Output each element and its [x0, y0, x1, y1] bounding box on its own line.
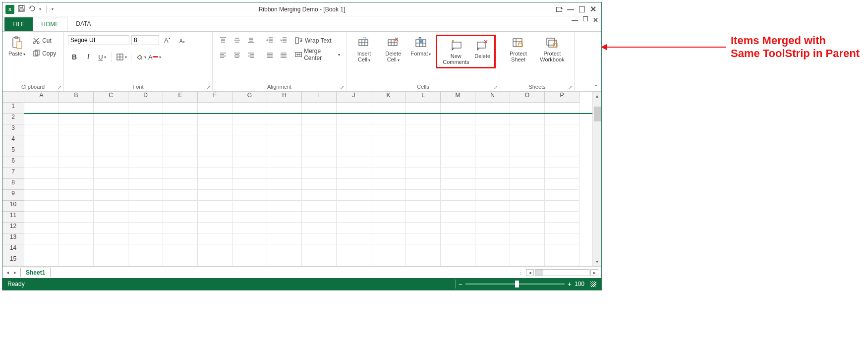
- cell[interactable]: [59, 103, 94, 114]
- clipboard-launcher[interactable]: ⤢: [58, 85, 61, 90]
- shrink-font-button[interactable]: A▾: [176, 35, 189, 46]
- cell[interactable]: [232, 168, 267, 179]
- cell[interactable]: [406, 179, 441, 190]
- font-name-select[interactable]: [68, 35, 129, 45]
- column-header[interactable]: K: [371, 92, 406, 103]
- cell[interactable]: [302, 255, 337, 266]
- cell[interactable]: [198, 103, 232, 114]
- cell[interactable]: [545, 255, 579, 266]
- row-header[interactable]: 13: [2, 233, 24, 244]
- cell[interactable]: [128, 201, 163, 212]
- vertical-scrollbar[interactable]: ▴ ▾: [592, 92, 601, 266]
- cell[interactable]: [371, 255, 406, 266]
- cell[interactable]: [198, 135, 232, 146]
- cell[interactable]: [232, 135, 267, 146]
- cell[interactable]: [128, 114, 163, 124]
- cell[interactable]: [232, 233, 267, 244]
- hscroll-right-button[interactable]: ▸: [590, 269, 598, 276]
- column-header[interactable]: G: [232, 92, 267, 103]
- cell[interactable]: [510, 135, 545, 146]
- cell[interactable]: [545, 103, 579, 114]
- cell[interactable]: [198, 146, 232, 157]
- qat-customize[interactable]: ▾: [52, 7, 54, 11]
- cell[interactable]: [198, 190, 232, 201]
- cell[interactable]: [163, 114, 198, 124]
- cell[interactable]: [198, 114, 232, 124]
- cell[interactable]: [24, 201, 59, 212]
- cell[interactable]: [510, 201, 545, 212]
- cell[interactable]: [198, 124, 232, 135]
- cell[interactable]: [128, 212, 163, 223]
- column-header[interactable]: E: [163, 92, 198, 103]
- cell[interactable]: [267, 157, 302, 168]
- cell[interactable]: [337, 135, 371, 146]
- cell[interactable]: [406, 135, 441, 146]
- sheet-nav-prev[interactable]: ◂: [5, 270, 10, 275]
- cell[interactable]: [267, 146, 302, 157]
- cell[interactable]: [128, 255, 163, 266]
- cell[interactable]: [371, 114, 406, 124]
- cell[interactable]: [441, 103, 475, 114]
- cell[interactable]: [545, 179, 579, 190]
- cell[interactable]: [24, 223, 59, 233]
- cell[interactable]: [198, 212, 232, 223]
- cell[interactable]: [441, 212, 475, 223]
- column-header[interactable]: O: [510, 92, 545, 103]
- cell[interactable]: [59, 168, 94, 179]
- cell[interactable]: [510, 179, 545, 190]
- row-header[interactable]: 1: [2, 103, 24, 114]
- font-size-select[interactable]: [131, 35, 159, 45]
- cell[interactable]: [128, 157, 163, 168]
- cell[interactable]: [59, 233, 94, 244]
- cell[interactable]: [545, 168, 579, 179]
- cell[interactable]: [371, 146, 406, 157]
- cell[interactable]: [267, 135, 302, 146]
- cell[interactable]: [371, 168, 406, 179]
- column-header[interactable]: D: [128, 92, 163, 103]
- cell[interactable]: [128, 179, 163, 190]
- cell[interactable]: [232, 146, 267, 157]
- cell[interactable]: [337, 114, 371, 124]
- cell[interactable]: [59, 124, 94, 135]
- cell[interactable]: [475, 146, 510, 157]
- cell[interactable]: [510, 168, 545, 179]
- cell[interactable]: [337, 223, 371, 233]
- cell[interactable]: [24, 190, 59, 201]
- cell[interactable]: [59, 135, 94, 146]
- cell[interactable]: [406, 157, 441, 168]
- cell[interactable]: [302, 179, 337, 190]
- cell[interactable]: [232, 179, 267, 190]
- cell[interactable]: [337, 233, 371, 244]
- cell[interactable]: [24, 114, 59, 124]
- cell[interactable]: [545, 244, 579, 255]
- grow-font-button[interactable]: A▴: [161, 35, 174, 46]
- cell[interactable]: [510, 244, 545, 255]
- cell[interactable]: [232, 223, 267, 233]
- cell[interactable]: [128, 103, 163, 114]
- cell[interactable]: [163, 223, 198, 233]
- bold-button[interactable]: B: [68, 52, 81, 62]
- protect-sheet-button[interactable]: Protect Sheet: [504, 35, 532, 63]
- cell[interactable]: [406, 124, 441, 135]
- scroll-thumb[interactable]: [594, 107, 601, 121]
- cell[interactable]: [24, 233, 59, 244]
- cell[interactable]: [475, 103, 510, 114]
- cell[interactable]: [545, 201, 579, 212]
- cell[interactable]: [267, 168, 302, 179]
- row-header[interactable]: 5: [2, 146, 24, 157]
- cell[interactable]: [545, 157, 579, 168]
- cell[interactable]: [475, 223, 510, 233]
- cell[interactable]: [128, 223, 163, 233]
- cell[interactable]: [232, 114, 267, 124]
- column-header[interactable]: M: [441, 92, 475, 103]
- underline-button[interactable]: U: [96, 52, 109, 62]
- column-header[interactable]: L: [406, 92, 441, 103]
- scroll-down-button[interactable]: ▾: [593, 257, 601, 266]
- cell[interactable]: [198, 255, 232, 266]
- cell[interactable]: [302, 212, 337, 223]
- cell[interactable]: [302, 124, 337, 135]
- sheets-launcher[interactable]: ⤢: [568, 85, 572, 90]
- maximize-button[interactable]: [579, 6, 585, 12]
- cell[interactable]: [24, 157, 59, 168]
- sheet-tab[interactable]: Sheet1: [20, 268, 51, 277]
